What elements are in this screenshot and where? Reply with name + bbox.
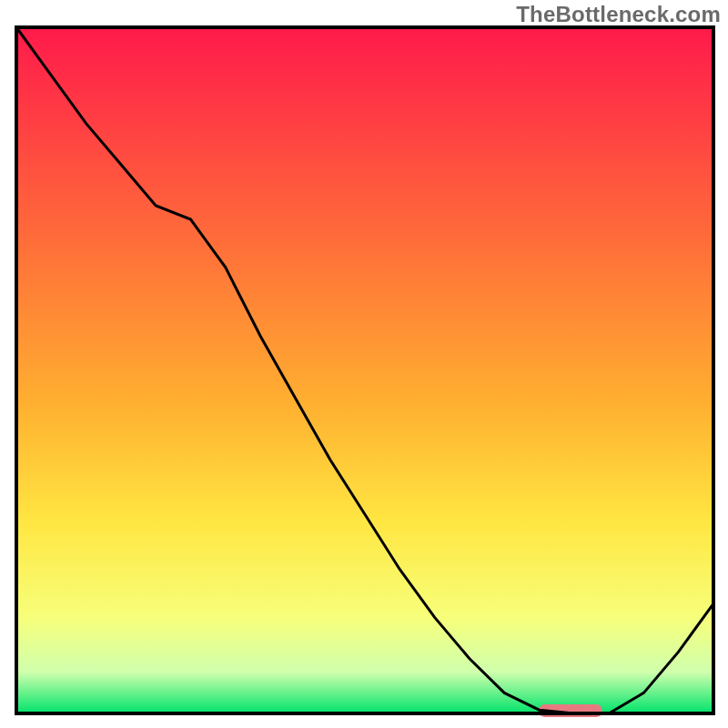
plot-background	[16, 27, 713, 713]
chart-svg	[0, 0, 728, 728]
chart-container: TheBottleneck.com	[0, 0, 728, 728]
